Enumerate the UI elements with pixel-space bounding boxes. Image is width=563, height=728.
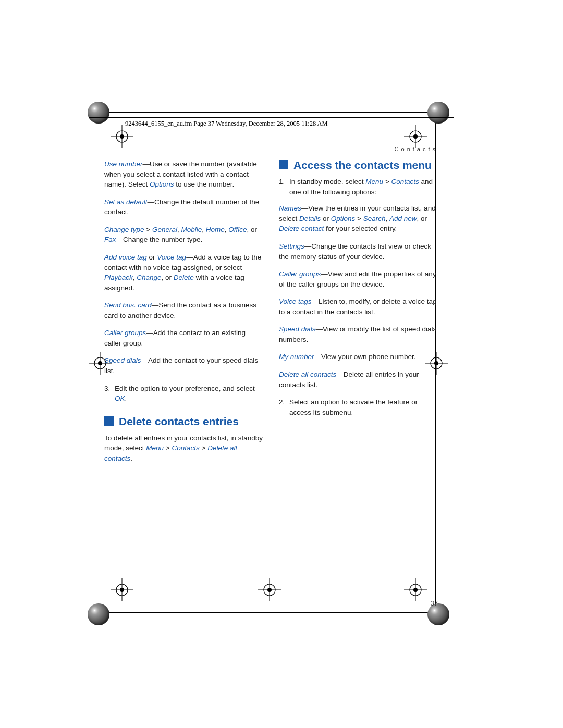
option-caller-groups: Caller groups—View and edit the properti… [279,269,438,289]
option-change-type: Change type > General, Mobile, Home, Off… [104,225,263,245]
option-voice-tags: Voice tags—Listen to, modify, or delete … [279,297,438,317]
option-send-bus-card: Send bus. card—Send the contact as a bus… [104,300,263,320]
section-label: Contacts [395,146,438,152]
option-speed-dials: Speed dials—View or modify the list of s… [279,324,438,344]
header-rule [89,117,454,118]
option-my-number: My number—View your own phone number. [279,352,438,362]
step-2: 2. Select an option to activate the feat… [279,397,438,417]
option-names: Names—View the entries in your contacts … [279,203,438,234]
step-3: 3. Edit the option to your preference, a… [104,384,263,404]
heading-access-contacts-menu: Access the contacts menu [279,159,438,171]
option-use-number: Use number—Use or save the number (avail… [104,159,263,190]
option-delete-all-contacts: Delete all contacts—Delete all entries i… [279,369,438,390]
page-number: 37 [431,599,438,607]
step-1: 1. In standby mode, select Menu > Contac… [279,177,438,197]
page-content: 9243644_6155_en_au.fm Page 37 Wednesday,… [89,102,454,623]
right-column: Access the contacts menu 1. In standby m… [279,159,438,471]
option-settings: Settings—Change the contacts list view o… [279,241,438,262]
header-text: 9243644_6155_en_au.fm Page 37 Wednesday,… [125,120,328,128]
option-caller-groups: Caller groups—Add the contact to an exis… [104,328,263,348]
option-set-as-default: Set as default—Change the default number… [104,197,263,217]
left-column: Use number—Use or save the number (avail… [104,159,263,471]
heading-delete-contacts-entries: Delete contacts entries [104,415,263,428]
option-add-voice-tag: Add voice tag or Voice tag—Add a voice t… [104,252,263,293]
delete-contacts-paragraph: To delete all entries in your contacts l… [104,433,263,464]
option-speed-dials: Speed dials—Add the contact to your spee… [104,355,263,376]
